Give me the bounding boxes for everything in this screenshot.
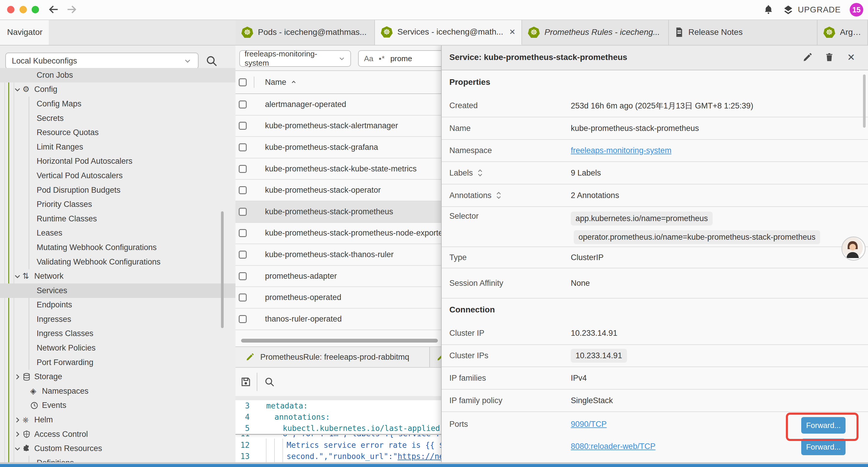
dock-tab-next[interactable]	[430, 347, 441, 367]
table-row[interactable]: prometheus-adapter	[236, 266, 441, 287]
chevron-right-icon[interactable]	[13, 416, 23, 424]
table-row[interactable]: kube-prometheus-stack-grafana	[236, 137, 441, 158]
cluster-tab[interactable]: ☸ Services - icecheng@math...	[375, 20, 522, 45]
regex-icon[interactable]: ▪*	[379, 54, 385, 63]
table-row[interactable]: thanos-ruler-operated	[236, 309, 441, 330]
sidebar-item[interactable]: Custom Resources	[0, 441, 236, 456]
forward-button-8080[interactable]: Forward...	[801, 439, 845, 455]
notifications-bell-icon[interactable]	[763, 4, 774, 16]
sidebar-item[interactable]: Config Maps	[0, 97, 236, 111]
upgrade-chevrons-icon	[783, 4, 794, 16]
chevron-down-icon[interactable]	[13, 86, 23, 93]
table-row[interactable]: kube-prometheus-stack-prometheus	[236, 201, 441, 223]
list-horizontal-scrollbar[interactable]	[241, 339, 438, 343]
sidebar-item[interactable]: Validating Webhook Configurations	[0, 255, 236, 269]
list-search-input[interactable]: Aa ▪* prome	[358, 50, 441, 67]
expand-toggle-icon[interactable]	[477, 169, 483, 177]
table-row[interactable]: kube-prometheus-stack-prometheus-node-ex…	[236, 223, 441, 244]
sidebar-item[interactable]: Pod Disruption Budgets	[0, 183, 236, 198]
sidebar-item[interactable]: Services	[0, 284, 236, 298]
sidebar-item[interactable]: Runtime Classes	[0, 212, 236, 226]
sidebar-item[interactable]: Priority Classes	[0, 197, 236, 212]
column-header-name[interactable]: Name	[265, 78, 297, 87]
sidebar-item[interactable]: Access Control	[0, 427, 236, 442]
chevron-right-icon[interactable]	[13, 373, 23, 381]
chevron-down-icon[interactable]	[13, 445, 23, 453]
shield-icon	[23, 430, 34, 438]
row-checkbox[interactable]	[239, 165, 247, 173]
row-checkbox[interactable]	[239, 100, 247, 109]
sidebar-item[interactable]: ⇅ Network	[0, 269, 236, 284]
chevron-down-icon[interactable]	[13, 272, 23, 280]
upgrade-button[interactable]: UPGRADE	[783, 4, 841, 16]
cluster-tab[interactable]: ☸ Pods - icecheng@mathmas...	[236, 20, 375, 45]
sidebar-item[interactable]: Secrets	[0, 111, 236, 126]
row-checkbox[interactable]	[239, 272, 247, 280]
row-checkbox[interactable]	[239, 229, 247, 237]
delete-trash-icon[interactable]	[824, 52, 834, 62]
editor-search-icon[interactable]	[264, 376, 275, 387]
sidebar-item[interactable]: Storage	[0, 370, 236, 384]
namespace-link[interactable]: freeleaps-monitoring-system	[571, 146, 672, 155]
sidebar-item[interactable]: Mutating Webhook Configurations	[0, 240, 236, 255]
close-icon[interactable]: ✕	[846, 52, 856, 62]
notification-count-badge[interactable]: 15	[850, 3, 863, 17]
sidebar-item[interactable]: Port Forwarding	[0, 355, 236, 370]
row-checkbox[interactable]	[239, 208, 247, 216]
yaml-editor[interactable]: 3 metadata: 4 annotations: 5 kubectl.kub…	[236, 396, 441, 464]
sidebar-item[interactable]: Cron Jobs	[0, 68, 236, 83]
forward-button-9090[interactable]: Forward...	[801, 417, 845, 434]
sidebar-item[interactable]: Vertical Pod Autoscalers	[0, 169, 236, 183]
row-checkbox[interactable]	[239, 293, 247, 301]
sidebar-item[interactable]: Endpoints	[0, 298, 236, 313]
chevron-right-icon[interactable]	[13, 430, 23, 438]
sidebar-item[interactable]: ⚙ Config	[0, 83, 236, 97]
tab-close-icon[interactable]	[509, 28, 516, 37]
traffic-light-close[interactable]	[7, 6, 14, 13]
traffic-light-zoom[interactable]	[32, 6, 39, 13]
traffic-light-minimize[interactable]	[20, 6, 27, 13]
row-checkbox[interactable]	[239, 143, 247, 151]
table-row[interactable]: kube-prometheus-stack-kube-state-metrics	[236, 158, 441, 180]
sidebar-item[interactable]: Horizontal Pod Autoscalers	[0, 154, 236, 169]
cluster-tab[interactable]: ☸ Argo Se	[817, 20, 868, 45]
row-checkbox[interactable]	[239, 122, 247, 130]
sidebar-item[interactable]: Ingresses	[0, 312, 236, 327]
sidebar-item[interactable]: Limit Ranges	[0, 140, 236, 154]
port-link-8080[interactable]: 8080:reloader-web/TCP	[571, 442, 656, 451]
table-row[interactable]: kube-prometheus-stack-alertmanager	[236, 116, 441, 137]
sidebar-scrollbar[interactable]	[221, 211, 224, 328]
cluster-tab[interactable]: ☸ Prometheus Rules - icecheng...	[522, 20, 669, 45]
row-checkbox[interactable]	[239, 251, 247, 259]
table-row[interactable]: kube-prometheus-stack-thanos-ruler	[236, 244, 441, 266]
table-row[interactable]: alertmanager-operated	[236, 94, 441, 116]
row-checkbox[interactable]	[239, 315, 247, 323]
sidebar-item[interactable]: Ingress Classes	[0, 327, 236, 341]
expand-toggle-icon[interactable]	[496, 192, 502, 199]
edit-pencil-icon[interactable]	[802, 52, 812, 62]
port-link-9090[interactable]: 9090/TCP	[571, 420, 656, 429]
sidebar-item[interactable]: Events	[0, 399, 236, 413]
table-row[interactable]: kube-prometheus-stack-operator	[236, 180, 441, 201]
save-icon[interactable]	[240, 376, 251, 387]
forward-arrow-icon[interactable]	[66, 4, 78, 16]
sidebar-item[interactable]: Leases	[0, 226, 236, 241]
sidebar-search-icon[interactable]	[205, 54, 218, 67]
user-avatar[interactable]	[841, 236, 866, 261]
cluster-tab[interactable]: Release Notes	[669, 20, 817, 45]
detail-scrollbar[interactable]	[863, 75, 866, 128]
select-all-checkbox[interactable]	[239, 78, 247, 86]
detail-title: Service: kube-prometheus-stack-prometheu…	[450, 53, 627, 62]
namespace-select[interactable]: freeleaps-monitoring-system	[239, 50, 351, 67]
match-case-icon[interactable]: Aa	[364, 54, 373, 63]
sidebar-item[interactable]: ⎈ Helm	[0, 413, 236, 427]
table-row[interactable]: prometheus-operated	[236, 287, 441, 309]
kubeconfig-select[interactable]: Local Kubeconfigs	[5, 53, 198, 69]
sidebar-item[interactable]: Resource Quotas	[0, 125, 236, 140]
row-checkbox[interactable]	[239, 186, 247, 194]
sidebar-item[interactable]: Network Policies	[0, 341, 236, 355]
navigator-panel-tab[interactable]: Navigator	[0, 20, 49, 45]
back-arrow-icon[interactable]	[48, 4, 60, 16]
dock-tab-prometheusrule[interactable]: PrometheusRule: freeleaps-prod-rabbitmq	[236, 347, 430, 367]
sidebar-item[interactable]: ◈ Namespaces	[0, 384, 236, 399]
